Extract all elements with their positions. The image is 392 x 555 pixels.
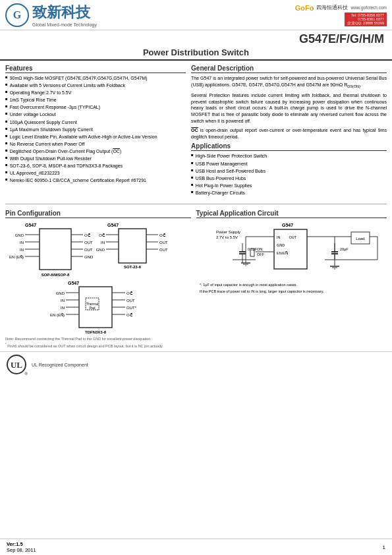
feature-item: Nemko IEC 60950-1 CB/CCA_scheme Certific… [5, 177, 186, 183]
gofo-url: www.gofotech.com [350, 5, 387, 10]
svg-text:IN: IN [20, 248, 24, 252]
svg-text:EN (EN̄): EN (EN̄) [50, 313, 65, 317]
feature-item: With Output Shutdown Pull-low Resister [5, 156, 186, 161]
svg-text:OUT: OUT [84, 248, 93, 252]
svg-text:OUT: OUT [289, 235, 296, 239]
svg-text:SOT-23-6: SOT-23-6 [124, 265, 142, 269]
general-para1: The G547 is an integrated power switch f… [191, 75, 387, 90]
app-item: USB Power Management [191, 161, 387, 167]
title-area: G547E/F/G/H/M Power Distribution Switch [0, 30, 392, 61]
ul-logo: UL ® [7, 355, 26, 374]
svg-text:GND: GND [15, 233, 24, 237]
pin-config-section: Pin Configuration G547 GND IN IN EN (EN̄… [5, 210, 191, 349]
svg-text:OUT: OUT [84, 241, 93, 245]
svg-text:TDFN3X3-8: TDFN3X3-8 [85, 330, 107, 334]
app-item: Battery-Charger Circuits [191, 190, 387, 196]
general-para3: OC is open-drain output report over-curr… [191, 127, 387, 140]
svg-text:IN: IN [20, 241, 24, 245]
svg-text:OC̄: OC̄ [126, 313, 132, 317]
pin-diagram: G547 GND IN IN EN (EN̄) OC̄ OUT OUT GND … [5, 220, 183, 336]
svg-text:Power Supply: Power Supply [216, 230, 240, 234]
svg-rect-37 [79, 287, 112, 328]
svg-text:Load: Load [356, 237, 364, 241]
svg-text:EN/EN̄: EN/EN̄ [277, 251, 288, 255]
version-number: Ver:1.5 [7, 541, 36, 547]
company-name: 致新科技 [32, 3, 97, 22]
svg-text:G547: G547 [107, 223, 119, 227]
svg-text:GND: GND [84, 255, 94, 259]
product-id: G547E/F/G/H/M [299, 32, 384, 46]
svg-text:OFF: OFF [257, 252, 265, 256]
page-number: 1 [383, 544, 385, 550]
applications-title: Applications [191, 142, 387, 151]
svg-text:SOP-8/MSOP-8: SOP-8/MSOP-8 [42, 273, 70, 277]
app-circuit-section: Typical Application Circuit G547 IN GND … [196, 210, 387, 349]
version-bar: Ver:1.5 Sep 08, 2011 1 [0, 539, 392, 555]
feature-item: 1μA Maximum Shutdown Supply Current [5, 127, 186, 132]
ul-section: UL ® UL Recognized Component [0, 351, 392, 377]
feature-item: Operating Range:2.7V to 5.5V [5, 90, 186, 96]
feature-item: Deglitched Open-Drain Over-Current Flag … [5, 148, 186, 154]
qq: 企业QQ: 23888 55399 [347, 21, 384, 26]
gofo-brand: GoFo [295, 4, 314, 12]
svg-text:OC̄: OC̄ [126, 291, 132, 295]
general-section: General Description The G547 is an integ… [191, 65, 387, 197]
app-item: Hot Plug-In Power Supplies [191, 183, 387, 189]
general-title: General Description [191, 65, 387, 73]
feature-item: Fast Overcurrent Response -3μs (TYPICAL) [5, 104, 186, 110]
thermal-note: Note: Recommend connecting the Thermal P… [5, 337, 191, 342]
svg-text:OUT: OUT [159, 248, 168, 252]
pin-config-title: Pin Configuration [5, 210, 191, 218]
app-item: High-Side Power Protection Switch [191, 153, 387, 159]
svg-text:GND: GND [277, 243, 285, 247]
ul-label: UL Recognized Component [32, 363, 88, 367]
feature-item: 90mΩ High-Side MOSFET (G547E,G547F,G547G… [5, 75, 186, 81]
svg-text:GND: GND [56, 291, 65, 295]
svg-rect-22 [119, 229, 146, 263]
feature-item: Under voltage Lockout [5, 111, 186, 117]
svg-text:G547: G547 [25, 223, 36, 227]
general-para2: Several Protection features include curr… [191, 92, 387, 125]
feature-item: Logic Level Enable Pin, Available with A… [5, 134, 186, 140]
svg-text:GND: GND [96, 248, 105, 252]
features-section: Features 90mΩ High-Side MOSFET (G547E,G5… [5, 65, 186, 197]
feature-item: SOT-23-6, SOP-8, MSOP-8 and TDFN3X3-8 Pa… [5, 163, 186, 169]
contact-box: Tel: 0755-8358 8377 0755-8361 8377 企业QQ:… [345, 13, 387, 26]
feature-list: 90mΩ High-Side MOSFET (G547E,G547F,G547G… [5, 75, 186, 183]
svg-rect-3 [40, 229, 71, 270]
main-content: Features 90mΩ High-Side MOSFET (G547E,G5… [0, 61, 392, 201]
header: G 致新科技 Global Mixed-mode Technology GoFo… [0, 0, 392, 30]
company-sub: Global Mixed-mode Technology [32, 22, 97, 27]
gofo-info: GoFo 四海恒通科技 www.gofotech.com Tel: 0755-8… [295, 4, 387, 26]
version-date: Sep 08, 2011 [7, 547, 36, 553]
svg-text:0.1μF: 0.1μF [248, 247, 258, 251]
svg-text:G: G [13, 9, 22, 20]
svg-text:If the PCB trace of power rail: If the PCB trace of power rail to IN is … [200, 289, 324, 293]
svg-text:G547: G547 [68, 281, 79, 285]
feature-item: No Reverse Current when Power Off [5, 141, 186, 147]
svg-text:IN: IN [61, 299, 65, 303]
svg-text:2.7V to 5.5V: 2.7V to 5.5V [216, 235, 238, 239]
svg-text:OUT*: OUT* [126, 306, 137, 310]
svg-text:OUT: OUT [159, 241, 168, 245]
svg-text:Pad: Pad [90, 306, 96, 310]
svg-text:G547: G547 [282, 223, 293, 227]
app-circuit-title: Typical Application Circuit [196, 210, 387, 218]
app-list: High-Side Power Protection Switch USB Po… [191, 153, 387, 196]
svg-text:OC̄: OC̄ [84, 233, 90, 237]
bottom-section: Pin Configuration G547 GND IN IN EN (EN̄… [0, 207, 392, 351]
section-divider [5, 204, 387, 204]
tel: Tel: 0755-8358 8377 [347, 13, 384, 17]
svg-text:ON: ON [257, 247, 262, 251]
svg-text:20μF: 20μF [340, 247, 349, 251]
feature-item: UL Approved_#E232223 [5, 170, 186, 176]
gofo-company: 四海恒通科技 [316, 4, 348, 11]
svg-text:OC̄: OC̄ [99, 233, 105, 237]
feature-item: 100μA Quiescent Supply Current [5, 119, 186, 125]
svg-text:UL: UL [11, 360, 22, 370]
svg-text:OUT: OUT [126, 299, 135, 303]
app-item: USB Host and Self-Powered Bubs [191, 168, 387, 174]
svg-text:*: 1μF of input capacitor is e: *: 1μF of input capacitor is enough in m… [200, 283, 298, 287]
applications-section: Applications High-Side Power Protection … [191, 142, 387, 196]
app-circuit-diagram: G547 IN GND EN/EN̄ OUT Power Supply 2.7V… [196, 220, 387, 336]
